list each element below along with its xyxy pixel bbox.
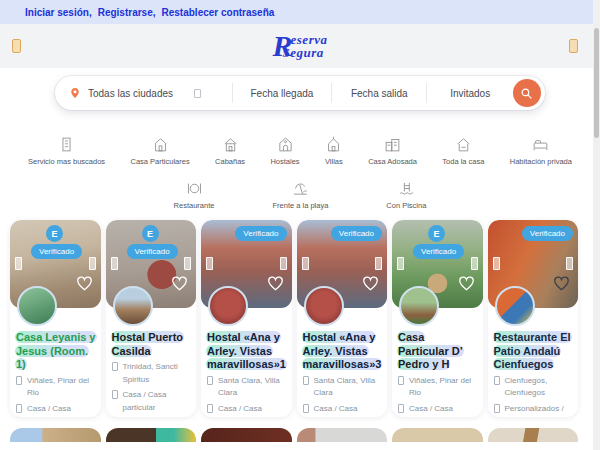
checkin-field[interactable]: Fecha llegada bbox=[233, 76, 331, 110]
listing-photo[interactable]: E Verificado bbox=[488, 220, 579, 308]
card-location: Trinidad, Sancti Spiritus bbox=[112, 361, 191, 386]
category-servicio-mas-buscados[interactable]: Servicio mas buscados bbox=[28, 136, 105, 166]
next-row-preview bbox=[10, 428, 578, 442]
carousel-prev-icon[interactable] bbox=[302, 257, 309, 270]
card-location: Cienfuegos, Cienfuegos bbox=[494, 375, 573, 400]
listing-photo[interactable] bbox=[106, 428, 197, 442]
category-cabanas[interactable]: Cabañas bbox=[215, 136, 245, 166]
favorite-icon[interactable] bbox=[457, 274, 476, 292]
city-select[interactable]: Todas las ciudades bbox=[55, 76, 232, 110]
carousel-prev-icon[interactable] bbox=[206, 257, 213, 270]
verified-badge: Verificado bbox=[127, 244, 178, 259]
search-button[interactable] bbox=[513, 79, 541, 107]
checkout-field[interactable]: Fecha salida bbox=[332, 76, 426, 110]
host-avatar[interactable] bbox=[304, 286, 344, 326]
carousel-next-icon[interactable] bbox=[375, 257, 382, 270]
listing-card[interactable]: E Verificado Casa Leyanis y Jesus (Room.… bbox=[10, 220, 101, 417]
page-scrollbar[interactable] bbox=[593, 0, 600, 450]
listing-card[interactable]: E Verificado Casa Particular D’ Pedro y … bbox=[392, 220, 483, 417]
listing-photo[interactable]: E Verificado bbox=[297, 220, 388, 308]
verified-badge: Verificado bbox=[331, 226, 382, 241]
category-villas[interactable]: Villas bbox=[325, 136, 343, 166]
listing-card[interactable]: E Verificado Hostal «Ana y Arley. Vistas… bbox=[297, 220, 388, 417]
carousel-next-icon[interactable] bbox=[280, 257, 287, 270]
card-title: Casa Particular D’ Pedro y H bbox=[397, 331, 478, 372]
login-link[interactable]: Iniciar sesión, bbox=[25, 7, 92, 18]
favorite-icon[interactable] bbox=[266, 274, 285, 292]
listing-photo[interactable]: E Verificado bbox=[106, 220, 197, 308]
register-link[interactable]: Registrarse, bbox=[98, 7, 156, 18]
category-restaurante[interactable]: Restaurante bbox=[174, 180, 215, 210]
category-con-piscina[interactable]: Con Piscina bbox=[386, 180, 426, 210]
carousel-next-icon[interactable] bbox=[89, 257, 96, 270]
card-type: Casa / Casa Adosada bbox=[398, 403, 477, 418]
location-icon bbox=[398, 376, 404, 385]
listing-photo[interactable]: E Verificado bbox=[392, 220, 483, 308]
location-icon bbox=[207, 376, 213, 385]
host-avatar[interactable] bbox=[495, 286, 535, 326]
location-icon bbox=[303, 376, 309, 385]
menu-icon[interactable] bbox=[12, 39, 21, 53]
carousel-prev-icon[interactable] bbox=[397, 257, 404, 270]
listing-photo[interactable] bbox=[488, 428, 579, 442]
verified-badge: Verificado bbox=[31, 244, 82, 259]
location-icon bbox=[494, 376, 500, 385]
category-hostales[interactable]: Hostales bbox=[270, 136, 299, 166]
host-avatar[interactable] bbox=[17, 286, 57, 326]
category-habitacion-privada[interactable]: Habitación privada bbox=[510, 136, 572, 166]
listing-photo[interactable] bbox=[297, 428, 388, 442]
category-toda-la-casa[interactable]: Toda la casa bbox=[442, 136, 484, 166]
scrollbar-thumb[interactable] bbox=[594, 28, 599, 138]
card-location: Viñales, Pinar del Rio bbox=[398, 375, 477, 400]
host-avatar[interactable] bbox=[113, 286, 153, 326]
carousel-next-icon[interactable] bbox=[184, 257, 191, 270]
card-location: Viñales, Pinar del Rio bbox=[16, 375, 95, 400]
header-right-icon[interactable] bbox=[569, 39, 578, 53]
host-avatar[interactable] bbox=[208, 286, 248, 326]
type-icon bbox=[207, 404, 213, 413]
badge-e: E bbox=[428, 225, 445, 242]
card-title: Hostal «Ana y Arley. Vistas maravillosas… bbox=[302, 331, 383, 372]
type-icon bbox=[494, 404, 500, 413]
carousel-prev-icon[interactable] bbox=[15, 257, 22, 270]
listing-photo[interactable] bbox=[10, 428, 101, 442]
listing-card[interactable]: E Verificado Hostal Puerto Casilda Trini… bbox=[106, 220, 197, 417]
verified-badge: Verificado bbox=[413, 244, 464, 259]
checkout-label: Fecha salida bbox=[351, 88, 408, 99]
carousel-next-icon[interactable] bbox=[566, 257, 573, 270]
host-avatar[interactable] bbox=[399, 286, 439, 326]
category-casa-adosada[interactable]: Casa Adosada bbox=[368, 136, 417, 166]
type-icon bbox=[112, 390, 118, 399]
listing-photo[interactable] bbox=[201, 428, 292, 442]
card-location: Santa Clara, Villa Clara bbox=[207, 375, 286, 400]
carousel-prev-icon[interactable] bbox=[111, 257, 118, 270]
card-type: Casa / Casa particular bbox=[207, 403, 286, 418]
reset-password-link[interactable]: Restablecer contraseña bbox=[162, 7, 275, 18]
carousel-next-icon[interactable] bbox=[471, 257, 478, 270]
restaurant-icon bbox=[186, 180, 203, 197]
listing-photo[interactable]: E Verificado bbox=[10, 220, 101, 308]
card-location: Santa Clara, Villa Clara bbox=[303, 375, 382, 400]
guests-label: Invitados bbox=[450, 88, 490, 99]
category-casa-particulares[interactable]: Casa Particulares bbox=[130, 136, 189, 166]
site-logo[interactable]: R eserva S egura bbox=[273, 31, 328, 61]
townhouse-icon bbox=[384, 136, 401, 153]
category-frente-a-la-playa[interactable]: Frente a la playa bbox=[272, 180, 328, 210]
location-icon bbox=[112, 362, 118, 371]
card-title: Casa Leyanis y Jesus (Room. 1) bbox=[15, 331, 96, 372]
carousel-prev-icon[interactable] bbox=[493, 257, 500, 270]
checkin-label: Fecha llegada bbox=[251, 88, 314, 99]
favorite-icon[interactable] bbox=[361, 274, 380, 292]
beach-icon bbox=[292, 180, 309, 197]
villa-icon bbox=[325, 136, 342, 153]
listing-photo[interactable]: E Verificado bbox=[201, 220, 292, 308]
favorite-icon[interactable] bbox=[75, 274, 94, 292]
listing-card[interactable]: E Verificado Restaurante El Patio Andalú… bbox=[488, 220, 579, 417]
card-title: Restaurante El Patio Andalú Cienfuegos bbox=[493, 331, 574, 372]
listing-photo[interactable] bbox=[392, 428, 483, 442]
guests-field[interactable]: Invitados bbox=[427, 76, 513, 110]
search-icon bbox=[520, 87, 533, 100]
favorite-icon[interactable] bbox=[552, 274, 571, 292]
favorite-icon[interactable] bbox=[170, 274, 189, 292]
listing-card[interactable]: E Verificado Hostal «Ana y Arley. Vistas… bbox=[201, 220, 292, 417]
